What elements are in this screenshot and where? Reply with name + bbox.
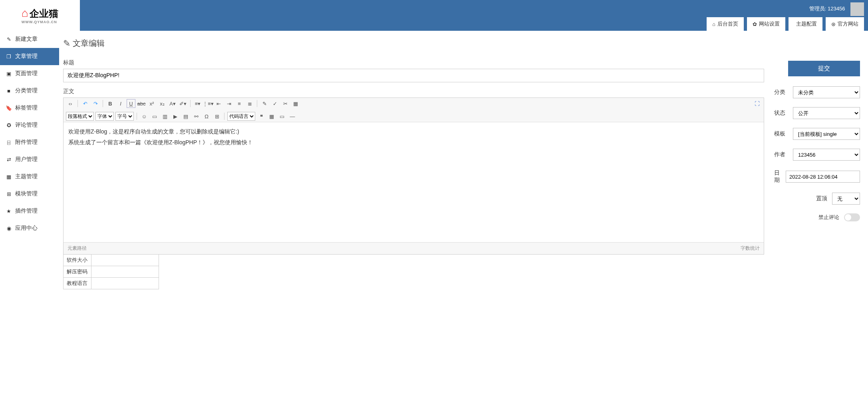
logo-subtext: WWW.QYMAO.CN <box>22 20 59 24</box>
sidebar-item-3[interactable]: ■分类管理 <box>0 82 59 100</box>
source-icon[interactable]: ‹› <box>66 99 75 108</box>
title-label: 标题 <box>63 59 764 66</box>
strike-icon[interactable]: abc <box>137 99 146 108</box>
hr-icon[interactable]: — <box>288 112 297 121</box>
header: ⌂ 企业猫 WWW.QYMAO.CN 管理员: 123456 ⟲ 返回 ⏻ 注销… <box>0 0 868 31</box>
sidebar-item-5[interactable]: ✪评论管理 <box>0 117 59 134</box>
sidebar-item-4[interactable]: 🔖标签管理 <box>0 100 59 117</box>
align-center-icon[interactable]: ≣ <box>245 99 254 108</box>
codelang-select[interactable]: 代码语言 <box>227 112 255 121</box>
attachment-icon[interactable]: ▤ <box>181 112 190 121</box>
backcolor-icon[interactable]: ✐▾ <box>179 99 187 108</box>
word-count: 字数统计 <box>741 245 760 252</box>
meta-row-1: 解压密码 <box>63 266 159 278</box>
rp-input-4[interactable] <box>786 171 860 183</box>
font-select[interactable]: 字体 <box>95 112 114 121</box>
sidebar: ✎新建文章❐文章管理▣页面管理■分类管理🔖标签管理✪评论管理⌸附件管理⇄用户管理… <box>0 31 59 297</box>
removeformat-icon[interactable]: ✎ <box>260 99 269 108</box>
right-panel: 提交 分类未分类状态公开模板[当前模板] single作者123456日期 置顶… <box>774 35 860 289</box>
indent-icon[interactable]: ⇥ <box>224 99 233 108</box>
ol-icon[interactable]: ≡▾ <box>193 99 202 108</box>
topnav-item-1[interactable]: ✿网站设置 <box>747 17 785 31</box>
sidebar-item-1[interactable]: ❐文章管理 <box>0 48 59 65</box>
fullscreen-icon[interactable]: ⛶ <box>753 99 761 108</box>
pagebreak-icon[interactable]: ▭ <box>278 112 286 121</box>
admin-name: 123456 <box>828 6 845 12</box>
video-icon[interactable]: ▶ <box>171 112 180 121</box>
title-input[interactable] <box>63 69 764 82</box>
map-icon[interactable]: ⊞ <box>213 112 221 121</box>
blockquote-icon[interactable]: ❝ <box>257 112 266 121</box>
top-nav: ⌂后台首页✿网站设置主题配置⊛官方网站 <box>707 17 864 31</box>
sidebar-item-7[interactable]: ⇄用户管理 <box>0 151 59 168</box>
meta-input-0[interactable] <box>91 255 159 266</box>
logo-text: 企业猫 <box>30 8 58 19</box>
editor-body[interactable]: 欢迎使用Z-Blog，这是程序自动生成的文章，您可以删除或是编辑它:) 系统生成… <box>64 122 764 242</box>
paragraph-select[interactable]: 段落格式 <box>66 112 94 121</box>
undo-icon[interactable]: ↶ <box>81 99 89 108</box>
avatar[interactable] <box>850 2 864 16</box>
pin-label: 置顶 <box>816 195 827 202</box>
meta-input-2[interactable] <box>91 278 159 289</box>
subscript-icon[interactable]: x₂ <box>158 99 167 108</box>
align-left-icon[interactable]: ≡ <box>235 99 244 108</box>
meta-row-0: 软件大小 <box>63 254 159 266</box>
editor: ‹› ↶ ↷ B I U abc x² x₂ A▾ ✐▾ ≡▾ ⋮≡▾ ⇤ <box>63 98 764 255</box>
body-label: 正文 <box>63 88 764 95</box>
editor-toolbar: ‹› ↶ ↷ B I U abc x² x₂ A▾ ✐▾ ≡▾ ⋮≡▾ ⇤ <box>64 98 764 122</box>
pin-select[interactable]: 无 <box>832 193 860 205</box>
pasteplain-icon[interactable]: ✂ <box>281 99 290 108</box>
link-icon[interactable]: ⚯ <box>192 112 201 121</box>
admin-label: 管理员: <box>809 6 826 12</box>
sidebar-item-6[interactable]: ⌸附件管理 <box>0 134 59 151</box>
image-icon[interactable]: ▭ <box>150 112 159 121</box>
multiimage-icon[interactable]: ▥ <box>161 112 169 121</box>
formatmatch-icon[interactable]: ✓ <box>270 99 279 108</box>
rp-select-0[interactable]: 未分类 <box>793 86 860 98</box>
logo[interactable]: ⌂ 企业猫 WWW.QYMAO.CN <box>0 0 80 31</box>
content: ✎ 文章编辑 标题 正文 ‹› ↶ ↷ B I U abc x² x₂ <box>63 35 764 289</box>
superscript-icon[interactable]: x² <box>147 99 156 108</box>
emoji-icon[interactable]: ☺ <box>140 112 149 121</box>
fontsize-select[interactable]: 字号 <box>115 112 134 121</box>
rp-row-1: 状态公开 <box>774 107 860 119</box>
meta-row-2: 教程语言 <box>63 277 159 289</box>
rp-select-3[interactable]: 123456 <box>793 149 860 161</box>
ul-icon[interactable]: ⋮≡▾ <box>204 99 213 108</box>
sidebar-item-9[interactable]: ⊞模块管理 <box>0 185 59 203</box>
autotype-icon[interactable]: ▦ <box>291 99 300 108</box>
rp-row-3: 作者123456 <box>774 149 860 161</box>
meta-fields: 软件大小解压密码教程语言 <box>63 254 159 289</box>
forecolor-icon[interactable]: A▾ <box>168 99 177 108</box>
spechar-icon[interactable]: Ω <box>202 112 211 121</box>
topnav-item-0[interactable]: ⌂后台首页 <box>707 17 744 31</box>
topnav-item-3[interactable]: ⊛官方网站 <box>826 17 864 31</box>
meta-input-1[interactable] <box>91 266 159 277</box>
italic-icon[interactable]: I <box>116 99 125 108</box>
topnav-item-2[interactable]: 主题配置 <box>789 17 822 31</box>
sidebar-item-10[interactable]: ★插件管理 <box>0 203 59 220</box>
page-title: ✎ 文章编辑 <box>63 35 764 57</box>
sidebar-item-2[interactable]: ▣页面管理 <box>0 65 59 82</box>
rp-select-1[interactable]: 公开 <box>793 107 860 119</box>
edit-icon: ✎ <box>63 38 70 49</box>
outdent-icon[interactable]: ⇤ <box>214 99 223 108</box>
element-path[interactable]: 元素路径 <box>68 245 87 252</box>
nocomment-toggle[interactable] <box>844 213 860 221</box>
sidebar-item-0[interactable]: ✎新建文章 <box>0 31 59 48</box>
sidebar-item-8[interactable]: ▦主题管理 <box>0 168 59 185</box>
rp-row-2: 模板[当前模板] single <box>774 128 860 140</box>
table-icon[interactable]: ▦ <box>267 112 276 121</box>
underline-icon[interactable]: U <box>127 99 135 108</box>
rp-row-4: 日期 <box>774 169 860 184</box>
rp-select-2[interactable]: [当前模板] single <box>793 128 860 140</box>
redo-icon[interactable]: ↷ <box>91 99 100 108</box>
nocomment-label: 禁止评论 <box>818 214 839 221</box>
bold-icon[interactable]: B <box>106 99 115 108</box>
sidebar-item-11[interactable]: ◉应用中心 <box>0 220 59 237</box>
rp-row-0: 分类未分类 <box>774 86 860 98</box>
submit-button[interactable]: 提交 <box>788 61 860 76</box>
